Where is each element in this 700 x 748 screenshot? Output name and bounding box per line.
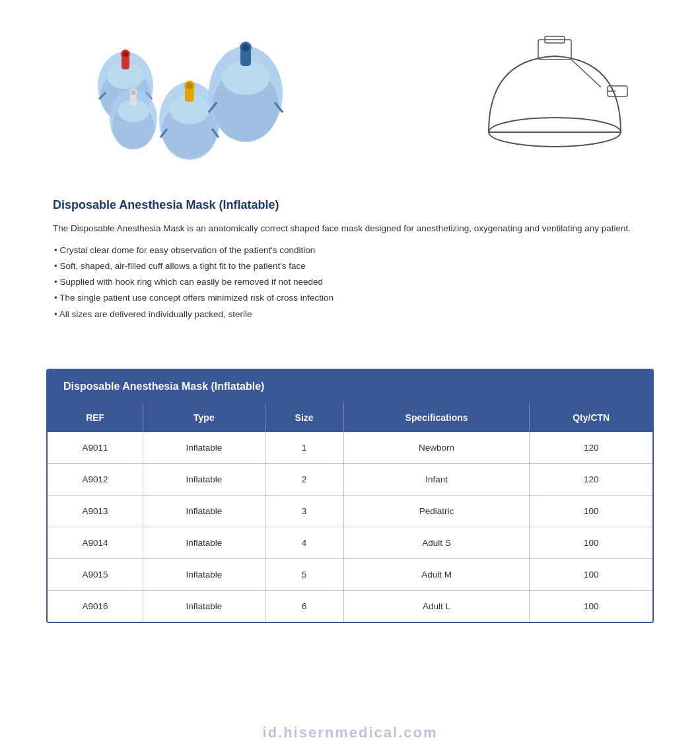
cell-type-2: Inflatable	[143, 496, 265, 527]
cell-ref-4: A9015	[48, 559, 143, 591]
feature-item-5: All sizes are delivered individually pac…	[53, 307, 647, 322]
cell-qty-3: 100	[530, 527, 652, 559]
cell-ref-0: A9011	[48, 432, 143, 464]
cell-qty-2: 100	[530, 496, 652, 527]
table-title: Disposable Anesthesia Mask (Inflatable)	[63, 381, 264, 392]
col-header-ref: REF	[48, 403, 143, 432]
table-header-row: REF Type Size Specifications Qty/CTN	[48, 403, 652, 432]
cell-specs-0: Newborn	[343, 432, 530, 464]
cell-qty-5: 100	[530, 591, 652, 622]
table-row: A9012 Inflatable 2 Infant 120	[48, 464, 652, 496]
table-row: A9011 Inflatable 1 Newborn 120	[48, 432, 652, 464]
cell-type-0: Inflatable	[143, 432, 265, 464]
feature-item-3: Supplied with hook ring which can easily…	[53, 274, 647, 290]
product-table-section: Disposable Anesthesia Mask (Inflatable) …	[46, 369, 654, 623]
cell-size-1: 2	[265, 464, 343, 496]
features-list: Crystal clear dome for easy observation …	[53, 243, 647, 322]
feature-item-4: The single patient use concept offers mi…	[53, 290, 647, 306]
table-header-bar: Disposable Anesthesia Mask (Inflatable)	[48, 370, 652, 403]
cell-specs-5: Adult L	[343, 591, 530, 622]
data-table: REF Type Size Specifications Qty/CTN A90…	[48, 403, 652, 622]
cell-size-0: 1	[265, 432, 343, 464]
svg-point-13	[131, 91, 136, 95]
table-row: A9016 Inflatable 6 Adult L 100	[48, 591, 652, 622]
feature-item-2: Soft, shaped, air-filled cuff allows a t…	[53, 258, 647, 274]
product-diagram	[462, 26, 647, 172]
cell-type-3: Inflatable	[143, 527, 265, 559]
product-title: Disposable Anesthesia Mask (Inflatable)	[53, 198, 647, 212]
product-description: The Disposable Anesthesia Mask is an ana…	[53, 221, 647, 236]
cell-qty-0: 120	[530, 432, 652, 464]
cell-qty-1: 120	[530, 464, 652, 496]
col-header-qty: Qty/CTN	[530, 403, 652, 432]
col-header-size: Size	[265, 403, 343, 432]
cell-type-1: Inflatable	[143, 464, 265, 496]
cell-type-5: Inflatable	[143, 591, 265, 622]
cell-specs-2: Pediatric	[343, 496, 530, 527]
cell-specs-4: Adult M	[343, 559, 530, 591]
table-row: A9013 Inflatable 3 Pediatric 100	[48, 496, 652, 527]
cell-ref-2: A9013	[48, 496, 143, 527]
table-row: A9014 Inflatable 4 Adult S 100	[48, 527, 652, 559]
product-photo	[53, 26, 304, 172]
cell-specs-1: Infant	[343, 464, 530, 496]
svg-point-5	[123, 52, 128, 57]
cell-type-4: Inflatable	[143, 559, 265, 591]
description-section: Disposable Anesthesia Mask (Inflatable) …	[0, 185, 700, 342]
feature-item-1: Crystal clear dome for easy observation …	[53, 243, 647, 258]
cell-size-2: 3	[265, 496, 343, 527]
cell-qty-4: 100	[530, 559, 652, 591]
cell-size-3: 4	[265, 527, 343, 559]
watermark: id.hisernmedical.com	[0, 718, 700, 748]
table-row: A9015 Inflatable 5 Adult M 100	[48, 559, 652, 591]
col-header-type: Type	[143, 403, 265, 432]
svg-point-19	[186, 83, 193, 89]
cell-ref-3: A9014	[48, 527, 143, 559]
svg-point-27	[242, 44, 250, 52]
cell-ref-5: A9016	[48, 591, 143, 622]
cell-size-4: 5	[265, 559, 343, 591]
col-header-specs: Specifications	[343, 403, 530, 432]
cell-specs-3: Adult S	[343, 527, 530, 559]
cell-size-5: 6	[265, 591, 343, 622]
cell-ref-1: A9012	[48, 464, 143, 496]
top-images-section	[0, 0, 700, 185]
